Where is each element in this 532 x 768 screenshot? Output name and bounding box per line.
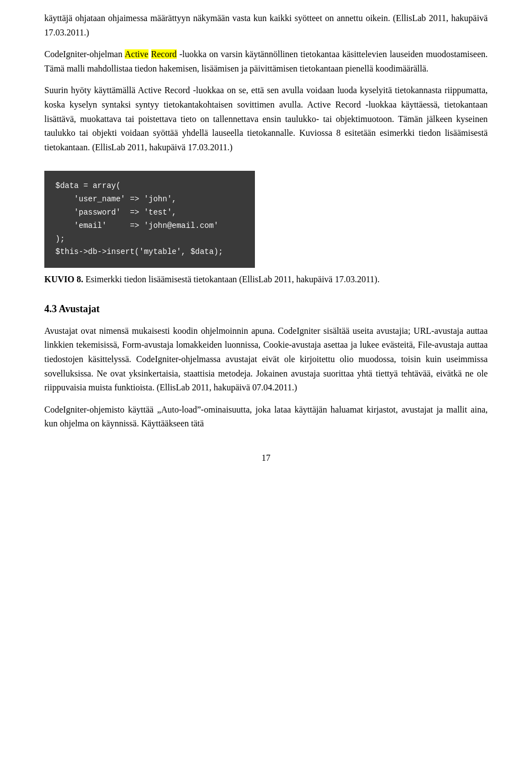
- section-paragraph-2-text: CodeIgniter-ohjemisto käyttää „Auto-load…: [44, 403, 488, 431]
- page-container: käyttäjä ohjataan ohjaimessa määrättyyn …: [0, 0, 532, 768]
- paragraph-1: käyttäjä ohjataan ohjaimessa määrättyyn …: [44, 11, 488, 39]
- code-block-container: $data = array( 'user_name' => 'john', 'p…: [44, 162, 488, 272]
- paragraph-3-text: Suurin hyöty käyttämällä Active Record -…: [44, 83, 488, 154]
- code-line-1: $data = array(: [55, 181, 121, 190]
- section-paragraph-1: Avustajat ovat nimensä mukaisesti koodin…: [44, 324, 488, 395]
- figure-caption: KUVIO 8. Esimerkki tiedon lisäämisestä t…: [44, 272, 488, 287]
- code-line-4: 'email' => 'john@email.com': [55, 221, 218, 230]
- section-title: Avustajat: [59, 303, 100, 314]
- code-line-2: 'user_name' => 'john',: [55, 195, 176, 204]
- highlight-record: Record: [151, 49, 177, 59]
- code-line-6: $this->db->insert('mytable', $data);: [55, 247, 223, 256]
- highlight-active: Active: [125, 49, 149, 59]
- page-number-text: 17: [262, 453, 270, 462]
- section-number: 4.3: [44, 303, 57, 314]
- figure-label: KUVIO 8.: [44, 274, 83, 284]
- paragraph-1-text: käyttäjä ohjataan ohjaimessa määrättyyn …: [44, 11, 488, 39]
- code-block: $data = array( 'user_name' => 'john', 'p…: [44, 171, 255, 268]
- section-heading: 4.3 Avustajat: [44, 303, 488, 315]
- code-line-3: 'password' => 'test',: [55, 208, 176, 217]
- code-line-5: );: [55, 235, 65, 243]
- paragraph-2-text: CodeIgniter-ohjelman Active Record -luok…: [44, 47, 488, 75]
- section-paragraph-1-text: Avustajat ovat nimensä mukaisesti koodin…: [44, 324, 488, 395]
- paragraph-3: Suurin hyöty käyttämällä Active Record -…: [44, 83, 488, 154]
- paragraph-2: CodeIgniter-ohjelman Active Record -luok…: [44, 47, 488, 75]
- page-number: 17: [44, 453, 488, 463]
- section-paragraph-2: CodeIgniter-ohjemisto käyttää „Auto-load…: [44, 403, 488, 431]
- figure-caption-text: Esimerkki tiedon lisäämisestä tietokanta…: [83, 274, 380, 284]
